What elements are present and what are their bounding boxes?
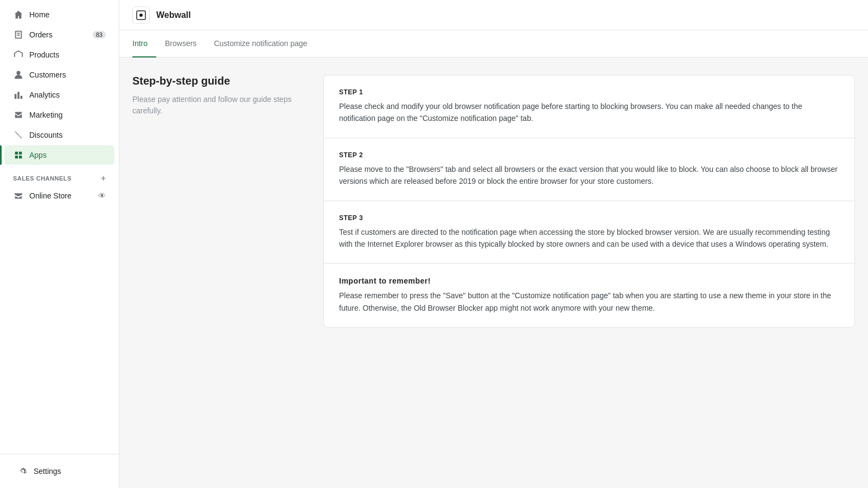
step-1-label: STEP 1	[339, 88, 839, 96]
add-sales-channel-button[interactable]: +	[101, 174, 106, 183]
important-note-item: Important to remember! Please remember t…	[324, 264, 854, 327]
content-area: Step-by-step guide Please pay attention …	[119, 57, 868, 488]
app-icon	[132, 7, 150, 24]
step-3-label: STEP 3	[339, 214, 839, 222]
orders-icon	[13, 29, 24, 40]
tabs-bar: Intro Browsers Customize notification pa…	[119, 30, 868, 57]
sidebar-item-apps-label: Apps	[29, 151, 47, 159]
step-3-text: Test if customers are directed to the no…	[339, 226, 839, 251]
online-store-icon	[13, 190, 24, 201]
sidebar-item-discounts-label: Discounts	[29, 131, 62, 139]
sidebar-item-discounts[interactable]: Discounts	[4, 125, 114, 145]
step-1-item: STEP 1 Please check and modify your old …	[324, 75, 854, 138]
discounts-icon	[13, 130, 24, 140]
sidebar-item-orders[interactable]: Orders 83	[4, 25, 114, 44]
sidebar: Home Orders 83 Products Customers	[0, 0, 119, 488]
sidebar-item-customers-label: Customers	[29, 70, 66, 79]
step-1-text: Please check and modify your old browser…	[339, 100, 839, 125]
apps-icon	[13, 150, 24, 160]
sidebar-item-home-label: Home	[29, 10, 49, 19]
sidebar-item-marketing-label: Marketing	[29, 111, 62, 119]
sidebar-item-orders-label: Orders	[29, 30, 53, 39]
sales-channels-section: SALES CHANNELS +	[4, 167, 114, 185]
sidebar-item-online-store-label: Online Store	[29, 191, 72, 200]
sidebar-item-settings-label: Settings	[34, 467, 61, 476]
guide-title: Step-by-step guide	[132, 75, 306, 87]
app-title: Webwall	[156, 10, 191, 20]
marketing-icon	[13, 110, 24, 120]
sidebar-item-customers[interactable]: Customers	[4, 65, 114, 85]
important-note-label: Important to remember!	[339, 277, 839, 285]
main-content: Webwall Intro Browsers Customize notific…	[119, 0, 868, 488]
tab-intro[interactable]: Intro	[132, 30, 156, 57]
step-2-label: STEP 2	[339, 151, 839, 159]
orders-badge: 83	[93, 31, 106, 38]
online-store-view-icon[interactable]: 👁	[98, 191, 106, 200]
sidebar-bottom: Settings	[0, 454, 119, 488]
customers-icon	[13, 69, 24, 80]
settings-icon	[17, 466, 28, 477]
sidebar-item-analytics[interactable]: Analytics	[4, 85, 114, 105]
steps-card: STEP 1 Please check and modify your old …	[323, 75, 855, 328]
tab-customize[interactable]: Customize notification page	[205, 30, 316, 57]
tab-browsers[interactable]: Browsers	[156, 30, 205, 57]
right-panel: STEP 1 Please check and modify your old …	[323, 75, 855, 365]
top-bar: Webwall	[119, 0, 868, 30]
sidebar-item-apps[interactable]: Apps	[4, 145, 114, 165]
important-note-text: Please remember to press the "Save" butt…	[339, 290, 839, 314]
sidebar-item-marketing[interactable]: Marketing	[4, 105, 114, 125]
sidebar-item-home[interactable]: Home	[4, 5, 114, 24]
svg-point-1	[139, 14, 143, 17]
products-icon	[13, 49, 24, 60]
step-2-item: STEP 2 Please move to the "Browsers" tab…	[324, 138, 854, 201]
step-2-text: Please move to the "Browsers" tab and se…	[339, 163, 839, 188]
sidebar-item-settings[interactable]: Settings	[9, 461, 110, 481]
sales-channels-label: SALES CHANNELS	[13, 175, 72, 182]
page-body: Step-by-step guide Please pay attention …	[119, 57, 868, 383]
analytics-icon	[13, 89, 24, 100]
sidebar-nav: Home Orders 83 Products Customers	[0, 0, 119, 454]
sidebar-item-online-store[interactable]: Online Store 👁	[4, 186, 114, 206]
sidebar-item-products-label: Products	[29, 50, 59, 59]
home-icon	[13, 9, 24, 20]
step-3-item: STEP 3 Test if customers are directed to…	[324, 201, 854, 264]
sidebar-item-products[interactable]: Products	[4, 45, 114, 65]
left-panel: Step-by-step guide Please pay attention …	[132, 75, 306, 365]
sidebar-item-analytics-label: Analytics	[29, 91, 60, 99]
guide-subtitle: Please pay attention and follow our guid…	[132, 94, 306, 117]
